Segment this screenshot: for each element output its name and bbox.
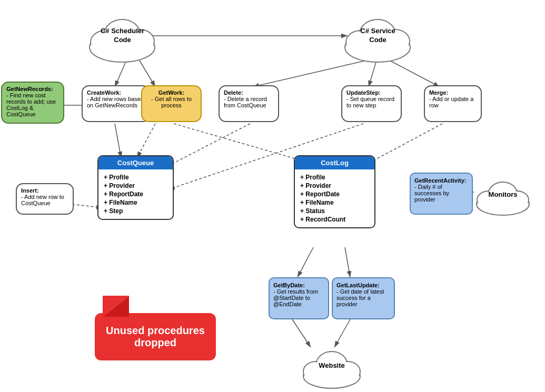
get-last-update-title: GetLastUpdate: — [336, 282, 390, 288]
update-step-body: - Set queue record to new step — [346, 96, 397, 108]
cost-log-field-4: + FileName — [300, 199, 369, 206]
svg-line-10 — [174, 124, 311, 163]
cost-log-field-1: + Profile — [300, 174, 369, 181]
get-recent-activity-box: GetRecentActivity: - Daily # of successe… — [410, 173, 473, 215]
get-by-date-body: - Get results from @StartDate to @EndDat… — [273, 288, 324, 307]
cost-queue-table: CostQueue + Profile + Provider + ReportD… — [97, 155, 174, 220]
cost-log-body: + Profile + Provider + ReportDate + File… — [295, 169, 374, 227]
cost-queue-field-2: + Provider — [104, 182, 167, 189]
monitors-cloud: Monitors — [474, 174, 532, 216]
svg-line-6 — [369, 61, 376, 87]
delete-box: Delete: - Delete a record from CostQueue — [219, 85, 279, 122]
get-recent-activity-title: GetRecentActivity: — [414, 177, 468, 184]
merge-title: Merge: — [429, 89, 477, 96]
cost-queue-field-3: + ReportDate — [104, 190, 167, 198]
create-work-body: - Add new rows based on GetNewRecords — [87, 96, 145, 108]
website-cloud: Website — [300, 342, 363, 389]
diagram-container: C# Scheduler Code C# Service Code Monito — [0, 0, 545, 392]
get-new-records-box: GetNewRecords: - Find new cost records t… — [1, 82, 64, 124]
svg-line-18 — [345, 247, 350, 277]
insert-title: Insert: — [21, 187, 68, 194]
cost-log-header: CostLog — [295, 156, 374, 169]
cost-log-table: CostLog + Profile + Provider + ReportDat… — [294, 155, 375, 228]
update-step-box: UpdateStep: - Set queue record to new st… — [341, 85, 402, 122]
cost-queue-body: + Profile + Provider + ReportDate + File… — [98, 169, 173, 219]
cost-log-field-3: + ReportDate — [300, 190, 369, 198]
scheduler-cloud-label: C# Scheduler Code — [101, 27, 144, 45]
cost-queue-field-4: + FileName — [104, 199, 167, 206]
get-recent-activity-body: - Daily # of successes by provider — [414, 184, 468, 203]
get-by-date-title: GetByDate: — [273, 282, 324, 288]
svg-line-8 — [115, 124, 121, 158]
service-cloud: C# Service Code — [342, 8, 413, 63]
cost-queue-field-1: + Profile — [104, 174, 167, 181]
cost-log-field-2: + Provider — [300, 182, 369, 189]
get-new-records-title: GetNewRecords: — [6, 86, 59, 92]
unused-label: Unused procedures dropped — [105, 325, 205, 349]
merge-box: Merge: - Add or update a row — [424, 85, 482, 122]
get-work-title: GetWork: — [146, 89, 196, 96]
svg-line-13 — [369, 124, 442, 163]
monitors-cloud-label: Monitors — [489, 190, 518, 199]
delete-body: - Delete a record from CostQueue — [224, 96, 274, 108]
svg-line-5 — [253, 61, 366, 87]
cost-log-field-5: + Status — [300, 207, 369, 215]
svg-line-17 — [298, 247, 313, 277]
delete-title: Delete: — [224, 89, 274, 96]
insert-box: Insert: - Add new row to CostQueue — [16, 183, 74, 215]
svg-line-11 — [163, 124, 250, 168]
cost-queue-header: CostQueue — [98, 156, 173, 169]
cost-queue-field-5: + Step — [104, 207, 167, 215]
get-last-update-body: - Get date of latest success for a provi… — [336, 288, 390, 307]
svg-line-4 — [140, 61, 155, 87]
get-work-box: GetWork: - Get all rows to process — [141, 85, 202, 122]
unused-procedures-bubble: Unused procedures dropped — [84, 303, 216, 360]
merge-body: - Add or update a row — [429, 96, 477, 108]
get-last-update-box: GetLastUpdate: - Get date of latest succ… — [332, 277, 395, 319]
get-work-body: - Get all rows to process — [146, 96, 196, 108]
website-cloud-label: Website — [319, 361, 345, 370]
scheduler-cloud: C# Scheduler Code — [87, 8, 158, 63]
create-work-title: CreateWork: — [87, 89, 145, 96]
svg-line-3 — [115, 61, 126, 87]
cost-log-field-6: + RecordCount — [300, 216, 369, 223]
svg-line-9 — [137, 124, 155, 158]
get-new-records-body: - Find new cost records to add; use Cost… — [6, 92, 59, 117]
service-cloud-label: C# Service Code — [360, 27, 395, 45]
insert-body: - Add new row to CostQueue — [21, 194, 68, 206]
create-work-box: CreateWork: - Add new rows based on GetN… — [82, 85, 150, 122]
get-by-date-box: GetByDate: - Get results from @StartDate… — [269, 277, 329, 319]
svg-line-7 — [390, 61, 440, 87]
update-step-title: UpdateStep: — [346, 89, 397, 96]
